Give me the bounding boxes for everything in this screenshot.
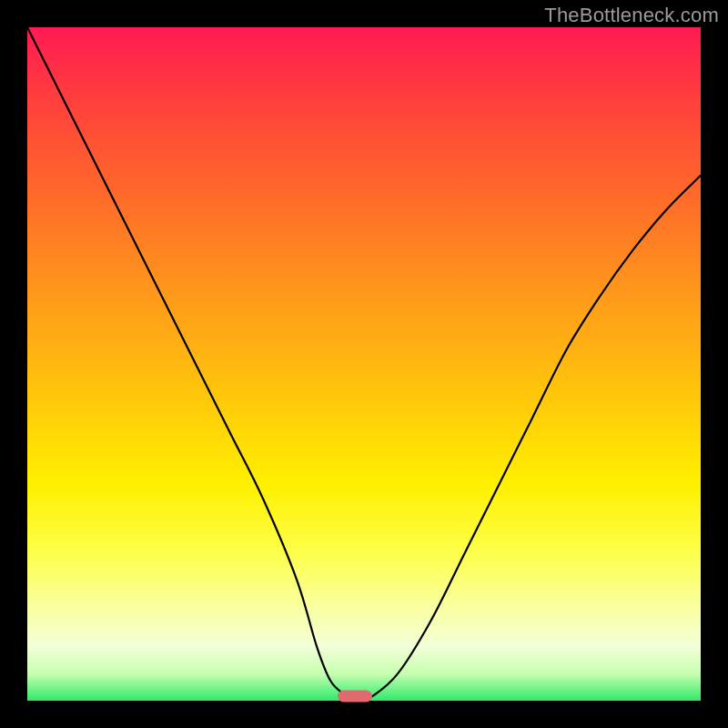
chart-frame: TheBottleneck.com xyxy=(0,0,728,728)
watermark-text: TheBottleneck.com xyxy=(544,4,719,27)
bottleneck-curve xyxy=(27,27,701,701)
plot-area xyxy=(27,27,701,701)
curve-svg xyxy=(27,27,701,701)
optimum-marker xyxy=(338,691,372,703)
